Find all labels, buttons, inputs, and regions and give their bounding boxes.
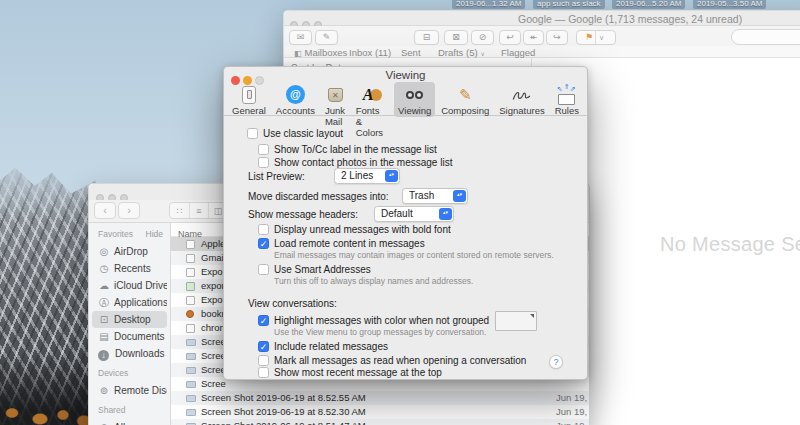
favorites-item-inbox-11-[interactable]: Inbox (11) [349, 47, 391, 58]
help-button[interactable]: ? [549, 355, 563, 369]
applications-icon: Ⓐ [97, 294, 111, 311]
recents-icon: ◷ [97, 260, 111, 277]
chevron-down-icon[interactable]: ∨ [595, 31, 607, 44]
compose-button[interactable]: ✎ [315, 30, 338, 45]
checkbox-label: Display unread messages with bold font [274, 224, 451, 236]
favorites-item-label: Inbox (11) [349, 47, 391, 58]
icon-view-icon[interactable]: ∷ [170, 203, 189, 218]
desktop-icon: ⊡ [97, 311, 111, 328]
sidebar-item-label: Desktop [114, 314, 151, 325]
hide-button[interactable]: Hide [146, 229, 163, 239]
checkbox-note: Turn this off to always display names an… [274, 276, 473, 286]
sidebar-item-label: Applications [114, 297, 167, 308]
checkbox[interactable] [247, 128, 258, 139]
file-row[interactable]: Screen Shot 2019-06-19 at 8.52.55 AMJun … [171, 391, 589, 405]
checkbox-label: Highlight messages with color when not g… [274, 315, 489, 327]
sidebar-item-label: Remote Disc [114, 385, 167, 396]
documents-icon: ▤ [97, 328, 111, 345]
pref-row: Use classic layout [247, 128, 581, 141]
search-input[interactable] [731, 29, 800, 45]
mail-titlebar[interactable]: Google — Google (1,713 messages, 24 unre… [284, 11, 800, 26]
forward-button[interactable]: ↪ [546, 30, 568, 45]
archive-button[interactable]: ⊟ [414, 30, 439, 45]
favorites-item-label: Flagged [501, 47, 535, 58]
select-label: Show message headers: [248, 209, 358, 221]
highlight-color-well[interactable] [495, 311, 537, 331]
sidebar-item-icloud-drive[interactable]: ☁iCloud Drive [92, 277, 167, 294]
sidebar-item-documents[interactable]: ▤Documents [92, 328, 167, 345]
file-name: chron [201, 321, 225, 335]
globe-icon: ⊕ [97, 419, 111, 425]
desktop-icon-label[interactable]: 2019-05...3.50 AM [693, 0, 766, 9]
file-date-modified: Jun 19, 2019 at 8:53 AM [556, 391, 589, 405]
checkbox[interactable] [258, 157, 269, 168]
select-label: Move discarded messages into: [248, 191, 389, 203]
pref-row: Show To/Cc label in the message list [247, 144, 581, 157]
pref-row: Show most recent message at the top [247, 367, 581, 380]
list-view-icon[interactable]: ≡ [189, 203, 208, 218]
desktop-icon-label[interactable]: app such as slack [533, 0, 605, 9]
favorites-item-drafts-5-[interactable]: Drafts (5)∨ [438, 47, 485, 58]
favorites-item-label: Drafts (5) [438, 47, 478, 58]
image-icon [186, 409, 196, 416]
dropdown-value: Trash [409, 190, 434, 201]
stepper-arrows-icon: ▴▾ [453, 190, 466, 202]
file-name: Apple [201, 237, 225, 251]
pref-row: Move discarded messages into:Trash▴▾ [247, 191, 581, 204]
desktop-icon-label[interactable]: 2019-06...5.20 AM [612, 0, 685, 9]
sidebar-item-label: AirDrop [114, 246, 148, 257]
reply-button[interactable]: ↩ [499, 30, 521, 45]
file-date-modified: Jun 19, 2019 at 8:51 AM [556, 419, 589, 425]
sidebar-item-all-[interactable]: ⊕All... [92, 419, 167, 425]
document-icon [186, 240, 195, 249]
sidebar-item-airdrop[interactable]: ◎AirDrop [92, 243, 167, 260]
flag-icon: ⚑ [585, 32, 593, 42]
dropdown-trash[interactable]: Trash▴▾ [402, 188, 468, 204]
checkbox[interactable]: ✓ [258, 238, 269, 249]
spreadsheet-icon [186, 282, 195, 291]
get-mail-button[interactable]: ✉ [289, 30, 312, 45]
sidebar-item-label: Documents [114, 331, 165, 342]
dropdown-default[interactable]: Default▴▾ [374, 206, 454, 222]
reply-all-button[interactable]: ↞ [523, 30, 544, 45]
sidebar-item-desktop[interactable]: ⊡Desktop [92, 311, 167, 328]
checkbox[interactable]: ✓ [258, 315, 269, 326]
sidebar-section-header: Devices [98, 368, 170, 382]
favorites-item-flagged[interactable]: Flagged [501, 47, 535, 58]
checkbox[interactable]: ✓ [258, 341, 269, 352]
sidebar-item-recents[interactable]: ◷Recents [92, 260, 167, 277]
desktop-icon-label[interactable]: 2019-06...1.32 AM [452, 0, 525, 9]
checkbox[interactable] [258, 367, 269, 378]
checkbox[interactable] [258, 264, 269, 275]
checkbox[interactable] [258, 144, 269, 155]
file-row[interactable]: Screen Shot 2019-06-19 at 8.51.47 AMJun … [171, 419, 589, 425]
compose-icon: ✎ [323, 32, 331, 42]
flag-button[interactable]: ⚑∨ [576, 30, 616, 45]
checkbox[interactable] [258, 355, 269, 366]
delete-button[interactable]: ⊠ [444, 30, 468, 45]
checkbox-label: Use classic layout [263, 128, 343, 140]
checkbox-note: Use the View menu to group messages by c… [274, 327, 486, 337]
favorites-item-mailboxes[interactable]: ◧Mailboxes [294, 47, 347, 58]
dropdown-2-lines[interactable]: 2 Lines▴▾ [334, 168, 400, 184]
sidebar-item-remote-disc[interactable]: ⊚Remote Disc [92, 382, 167, 399]
file-row[interactable]: Screen Shot 2019-06-19 at 8.52.30 AMJun … [171, 405, 589, 419]
trash-icon: ⊠ [452, 32, 460, 42]
envelope-icon: ✉ [297, 32, 305, 42]
forward-button[interactable]: › [118, 202, 140, 219]
document-icon [186, 254, 195, 263]
checkbox-label: Include related messages [274, 341, 388, 353]
dropdown-value: Default [381, 208, 413, 219]
pref-row: Display unread messages with bold font [247, 224, 581, 237]
back-button[interactable]: ‹ [94, 202, 116, 219]
checkbox[interactable] [258, 224, 269, 235]
favorites-item-sent[interactable]: Sent [401, 47, 421, 58]
sidebar-item-label: Recents [114, 263, 151, 274]
junk-button[interactable]: ⊘ [471, 30, 494, 45]
sidebar-section-header: Shared [98, 405, 170, 419]
image-icon [186, 367, 196, 374]
sidebar-item-applications[interactable]: ⒶApplications [92, 294, 167, 311]
sidebar-item-downloads[interactable]: ↓Downloads [92, 345, 167, 362]
section-label: View conversations: [248, 298, 337, 310]
pref-row: View conversations: [247, 298, 581, 311]
